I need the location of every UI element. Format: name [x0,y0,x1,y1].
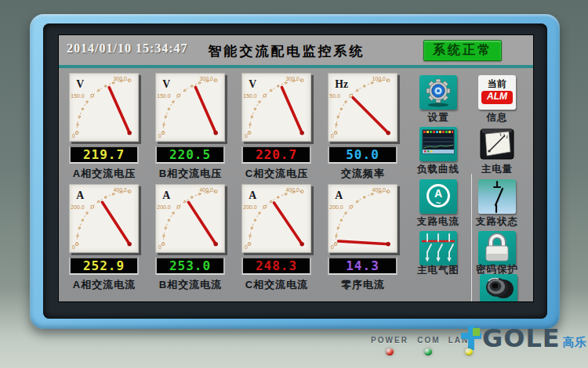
analog-dial: V 150.0 300.0 0 [155,73,225,142]
camera-lens-button[interactable] [480,274,517,302]
analog-dial: A 200.0 400.0 0 [69,184,139,253]
datetime-text: 2014/01/10 15:34:47 [67,41,188,56]
svg-text:V: V [162,78,170,90]
analog-dial: A 200.0 400.0 0 [241,184,311,253]
svg-text:50.0: 50.0 [329,93,340,99]
svg-text:0: 0 [158,244,162,250]
branch-current-icon: A ~ [419,179,457,214]
password-button[interactable]: 密码保护 [478,231,516,265]
panel-divider [471,174,472,302]
svg-text:150.0: 150.0 [71,93,84,99]
alarm-info-label: 信息 [471,111,523,124]
gauge-6: A 200.0 400.0 0 253.0 B相交流电流 [155,184,226,292]
svg-text:A: A [249,189,256,201]
gauge-label: C相交流电流 [241,278,312,292]
analog-dial: A 200.0 400.0 0 [155,184,225,253]
alarm-icon-caption: 当前 [478,78,516,91]
value-display: 253.0 [155,257,225,275]
gauge-8: A 200.0 400.0 0 14.3 零序电流 [328,184,398,292]
svg-text:0: 0 [331,133,334,139]
load-curve-icon [419,127,457,161]
alarm-info-icon: 当前 ALM [478,75,516,110]
svg-text:200.0: 200.0 [329,204,343,210]
panel-meter-icon [478,127,516,161]
analog-dial: A 200.0 400.0 0 [328,184,397,253]
alm-badge: ALM [481,91,513,104]
settings-button[interactable]: 设置 [419,75,457,110]
gauge-label: 交流频率 [328,167,398,181]
gauge-4: Hz 50.0 100.0 0 50.0 交流频率 [328,73,398,181]
svg-text:150.0: 150.0 [243,93,256,99]
svg-text:0: 0 [72,244,75,250]
screen-bezel: 2014/01/10 15:34:47 智能交流配电监控系统 系统正常 V 15… [43,23,547,319]
led-label-com: COM [413,336,445,345]
svg-text:400.0: 400.0 [114,187,127,193]
com-led [424,348,432,355]
gauge-7: A 200.0 400.0 0 248.3 C相交流电流 [241,184,312,292]
svg-text:0: 0 [158,133,162,139]
gear-icon [419,75,457,110]
gauge-3: V 150.0 300.0 0 220.7 C相交流电压 [241,73,312,181]
svg-text:200.0: 200.0 [71,204,84,210]
breaker-icon [478,179,516,214]
branch-current-button[interactable]: A ~ 支路电流 [419,179,457,214]
brand-name: GOLE [482,323,561,354]
svg-text:300.0: 300.0 [286,76,299,81]
page-title: 智能交流配电监控系统 [209,42,365,60]
svg-text:0: 0 [245,244,248,250]
svg-text:300.0: 300.0 [114,76,127,81]
settings-label: 设置 [412,111,464,124]
svg-text:A: A [335,189,343,201]
gauge-label: A相交流电压 [69,167,140,181]
value-display: 50.0 [328,146,397,164]
value-display: 220.5 [155,146,225,164]
load-curve-button[interactable]: 负载曲线 [419,127,457,161]
branch-current-label: 支路电流 [412,215,464,229]
svg-text:A: A [162,189,170,201]
value-display: 252.9 [69,257,139,275]
analog-dial: V 150.0 300.0 0 [241,73,311,142]
analog-dial: V 150.0 300.0 0 [69,73,139,142]
main-energy-button[interactable]: 主电量 [478,127,516,161]
camera-lens-icon [480,274,517,302]
svg-text:400.0: 400.0 [286,187,299,193]
brand-mark-icon [461,326,482,351]
gauge-label: A相交流电流 [69,278,140,292]
photo-background: 2014/01/10 15:34:47 智能交流配电监控系统 系统正常 V 15… [0,0,588,368]
svg-text:200.0: 200.0 [243,204,256,210]
value-display: 219.7 [69,146,139,164]
svg-text:V: V [76,78,84,90]
gauge-2: V 150.0 300.0 0 220.5 B相交流电压 [155,73,226,181]
svg-text:100.0: 100.0 [372,76,386,81]
svg-text:300.0: 300.0 [200,76,213,81]
svg-text:Hz: Hz [335,78,348,90]
svg-text:A: A [76,189,84,201]
gauge-label: 零序电流 [328,278,398,292]
led-label-power: POWER [368,336,411,345]
main-energy-label: 主电量 [471,163,523,176]
gauge-5: A 200.0 400.0 0 252.9 A相交流电流 [69,184,140,292]
main-diagram-button[interactable]: 主电气图 [419,231,457,265]
value-display: 14.3 [328,257,397,275]
top-bar: 2014/01/10 15:34:47 智能交流配电监控系统 系统正常 [59,35,533,65]
svg-text:150.0: 150.0 [157,93,170,99]
alarm-info-button[interactable]: 当前 ALM 信息 [478,75,516,110]
lan-led [465,348,473,355]
hmi-device-frame: 2014/01/10 15:34:47 智能交流配电监控系统 系统正常 V 15… [30,14,560,329]
main-diagram-label: 主电气图 [412,264,464,277]
system-status-badge[interactable]: 系统正常 [423,40,502,61]
svg-text:V: V [249,78,256,90]
value-display: 248.3 [241,257,311,275]
analog-dial: Hz 50.0 100.0 0 [328,73,397,142]
svg-text:400.0: 400.0 [372,187,386,193]
gauge-1: V 150.0 300.0 0 219.7 A相交流电压 [69,73,140,181]
hmi-screen: 2014/01/10 15:34:47 智能交流配电监控系统 系统正常 V 15… [58,34,534,302]
branch-status-button[interactable]: 支路状态 [478,179,516,214]
load-curve-label: 负载曲线 [412,163,464,176]
svg-text:0: 0 [245,133,248,139]
value-display: 220.7 [241,146,311,164]
gauge-label: C相交流电压 [241,167,312,181]
ampere-symbol: A ~ [426,184,450,207]
power-led [386,348,394,355]
svg-text:200.0: 200.0 [157,204,170,210]
